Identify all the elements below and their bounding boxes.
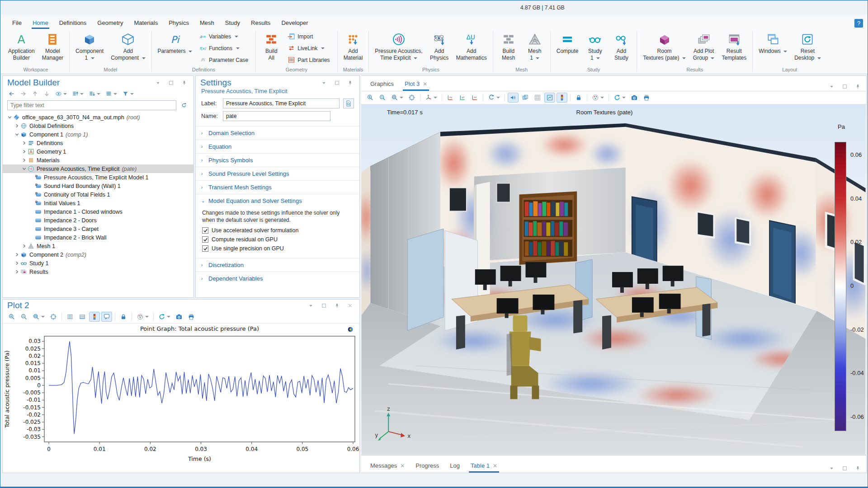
- ribbon-model-manager-button[interactable]: ModelManager: [39, 30, 66, 66]
- tree-item-initial-values-1[interactable]: DInitial Values 1: [3, 199, 193, 207]
- ribbon-reset-desktop-button[interactable]: ResetDesktop: [791, 30, 824, 66]
- tab-plot-3[interactable]: Plot 3✕: [399, 77, 433, 91]
- tree-item-impedance-3-carpet[interactable]: Impedance 3 - Carpet: [3, 225, 193, 233]
- refresh-button[interactable]: [156, 312, 172, 322]
- refresh-button[interactable]: [612, 93, 627, 103]
- tree-item-geometry-1[interactable]: Geometry 1: [3, 147, 193, 156]
- eye-button[interactable]: [53, 89, 69, 99]
- chevron-right-icon[interactable]: [21, 150, 27, 154]
- lock-button[interactable]: [573, 93, 584, 103]
- help-button[interactable]: ?: [854, 19, 863, 28]
- menu-home[interactable]: Home: [27, 18, 54, 29]
- arrow-left-button[interactable]: [6, 89, 17, 99]
- ribbon-pressure-acoustics-time-explicit-button[interactable]: Pressure Acoustics,Time Explicit: [372, 30, 425, 66]
- panel-float-button[interactable]: [332, 79, 342, 87]
- ribbon-add-plot-group-button[interactable]: Add PlotGroup: [690, 30, 718, 66]
- panel-close-button[interactable]: [345, 301, 355, 310]
- panel-pin-button[interactable]: [853, 82, 863, 91]
- chevron-right-icon[interactable]: [14, 270, 20, 274]
- extents-button[interactable]: [406, 93, 417, 103]
- section-dependent-variables[interactable]: ›Dependent Variables: [196, 272, 359, 285]
- tree-item-pressure-acoustics-time-explicit[interactable]: Pressure Acoustics, Time Explicit(pate): [3, 164, 193, 173]
- section-equation[interactable]: ›Equation: [196, 140, 359, 153]
- ribbon-part-libraries-button[interactable]: Part Libraries: [287, 56, 332, 64]
- zoom-in-button[interactable]: [6, 312, 17, 322]
- palette-button[interactable]: [590, 93, 606, 103]
- tree-item-office-space-63-30t0-n4-ma-out-mph[interactable]: office_space_63_30T0_N4_ma_out.mph(root): [3, 113, 193, 122]
- tree-filter-input[interactable]: [7, 100, 176, 110]
- ribbon-mesh-1-button[interactable]: Mesh1: [522, 30, 547, 66]
- checkbox-compute-residual-on-gpu[interactable]: Compute residual on GPU: [202, 236, 353, 243]
- tree-item-global-definitions[interactable]: Global Definitions: [3, 122, 193, 130]
- tree-item-definitions[interactable]: Definitions: [3, 139, 193, 147]
- tree-item-pressure-acoustics-time-explicit-model-1[interactable]: DPressure Acoustics, Time Explicit Model…: [3, 173, 193, 182]
- name-input[interactable]: [223, 111, 330, 121]
- label-input[interactable]: [223, 99, 340, 108]
- view-xy-button[interactable]: xy: [445, 93, 456, 103]
- refresh-filter-button[interactable]: [179, 101, 189, 110]
- tree-item-mesh-1[interactable]: Mesh 1: [3, 242, 193, 250]
- ribbon-component-1-button[interactable]: Component1: [72, 30, 107, 66]
- tree-item-impedance-2-doors[interactable]: Impedance 2 - Doors: [3, 216, 193, 225]
- panel-menu-button[interactable]: [153, 79, 163, 87]
- zoom-box-button[interactable]: [31, 312, 47, 322]
- ribbon-parameter-case-button[interactable]: PiParameter Case: [198, 56, 251, 64]
- section-discretization[interactable]: ›Discretization: [196, 258, 359, 272]
- panel-menu-button[interactable]: [827, 82, 836, 91]
- lock-button[interactable]: [118, 312, 129, 322]
- tree-item-impedance-1-closed-windows[interactable]: Impedance 1 - Closed windows: [3, 207, 193, 216]
- cube-trans-button[interactable]: [520, 93, 531, 103]
- tab-close-icon[interactable]: ✕: [423, 81, 427, 87]
- ribbon-add-mathematics-button[interactable]: ΔUAddMathematics: [453, 30, 490, 66]
- zoom-out-button[interactable]: [19, 312, 29, 322]
- menu-file[interactable]: File: [7, 18, 27, 29]
- ribbon-variables-button[interactable]: a=Variables: [198, 32, 251, 41]
- menu-study[interactable]: Study: [220, 18, 245, 29]
- menu-geometry[interactable]: Geometry: [92, 18, 128, 29]
- arrow-down-button[interactable]: [42, 89, 52, 99]
- axis-triad-button[interactable]: [423, 93, 439, 103]
- tree-item-impedance-2-brick-wall[interactable]: Impedance 2 - Brick Wall: [3, 233, 193, 242]
- tree-item-component-2[interactable]: Component 2(comp2): [3, 250, 193, 259]
- menu-mesh[interactable]: Mesh: [194, 18, 220, 29]
- panel-menu-button[interactable]: [319, 79, 329, 87]
- ribbon-import-button[interactable]: Import: [287, 32, 332, 41]
- tab-graphics[interactable]: Graphics: [365, 77, 399, 91]
- colorbar-ic-button[interactable]: [557, 93, 567, 103]
- ribbon-functions-button[interactable]: f(x)Functions: [198, 44, 251, 52]
- menu-developer[interactable]: Developer: [276, 18, 313, 29]
- ribbon-application-builder-button[interactable]: AApplicationBuilder: [5, 30, 38, 66]
- camera-button[interactable]: [174, 312, 184, 322]
- ribbon-add-physics-button[interactable]: AddPhysics: [427, 30, 452, 66]
- grid-vertical-button[interactable]: [65, 312, 75, 322]
- view-yz-button[interactable]: yz: [457, 93, 468, 103]
- graphics-canvas[interactable]: z x y Time=0.017 s Room Textures (pate) …: [361, 104, 866, 454]
- speaker-button[interactable]: [508, 93, 519, 103]
- tab-log[interactable]: Log: [444, 459, 465, 473]
- tab-messages[interactable]: Messages✕: [365, 459, 410, 473]
- chevron-right-icon[interactable]: [21, 158, 27, 162]
- menu-results[interactable]: Results: [245, 18, 276, 29]
- ribbon-result-templates-button[interactable]: ResultTemplates: [718, 30, 750, 66]
- tree-item-component-1[interactable]: Component 1(comp 1): [3, 130, 193, 139]
- tab-table-1[interactable]: Table 1✕: [465, 459, 503, 473]
- panel-float-button[interactable]: [319, 301, 329, 310]
- chevron-right-icon[interactable]: [21, 244, 27, 248]
- section-domain-selection[interactable]: ›Domain Selection: [196, 126, 359, 140]
- print-button[interactable]: [641, 93, 652, 103]
- section-sound-pressure-level-settings[interactable]: ›Sound Pressure Level Settings: [196, 167, 359, 180]
- zoom-out-button[interactable]: [377, 93, 388, 103]
- panel-pin-button[interactable]: [853, 464, 863, 473]
- view-xz-button[interactable]: xz: [469, 93, 480, 103]
- section-physics-symbols[interactable]: ›Physics Symbols: [196, 153, 359, 167]
- panel-float-button[interactable]: [840, 82, 849, 91]
- ribbon-parameters-button[interactable]: PiParameters: [155, 30, 195, 66]
- tree-item-sound-hard-boundary-wall-1[interactable]: DSound Hard Boundary (Wall) 1: [3, 182, 193, 190]
- menu-definitions[interactable]: Definitions: [54, 18, 92, 29]
- camera-button[interactable]: [629, 93, 640, 103]
- zoom-box-button[interactable]: [389, 93, 405, 103]
- menu-materials[interactable]: Materials: [128, 18, 163, 29]
- panel-pin-button[interactable]: [179, 79, 189, 87]
- tab-progress[interactable]: Progress: [410, 459, 444, 473]
- chevron-down-icon[interactable]: [21, 167, 27, 171]
